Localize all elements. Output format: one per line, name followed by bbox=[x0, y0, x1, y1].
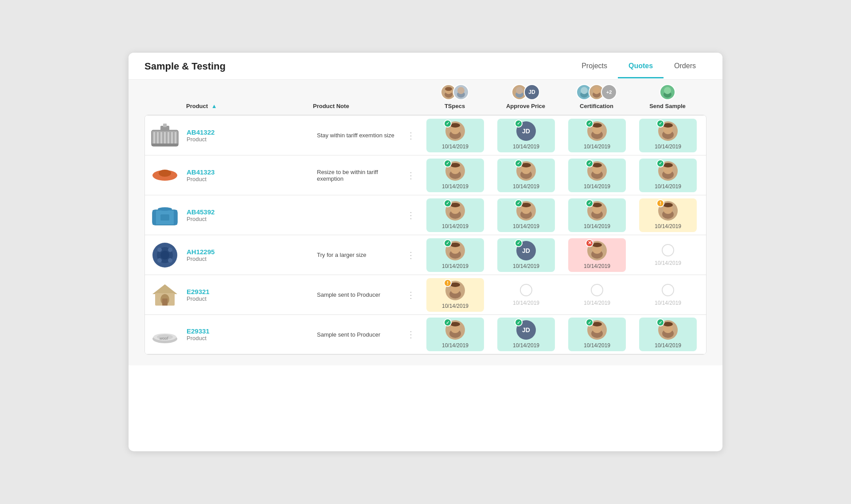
stage-tspecs[interactable]: ! 10/14/2019 bbox=[420, 275, 491, 314]
stage-date: 10/14/2019 bbox=[655, 342, 681, 349]
product-sku[interactable]: AB41322 bbox=[187, 128, 310, 136]
svg-point-46 bbox=[663, 163, 673, 167]
stage-send-sample[interactable]: ✓ 10/14/2019 bbox=[632, 315, 703, 354]
product-sku[interactable]: E29331 bbox=[187, 327, 310, 335]
stage-approval[interactable]: 10/14/2019 bbox=[703, 196, 707, 235]
product-note: Sample sent to Producer bbox=[313, 288, 402, 302]
check-icon: ✓ bbox=[586, 120, 593, 128]
check-icon: ✓ bbox=[586, 318, 593, 326]
stage-approval[interactable]: 10/14/2019 bbox=[703, 236, 707, 275]
svg-point-60 bbox=[521, 203, 531, 207]
stage-box-warn: ! 10/14/2019 bbox=[426, 278, 484, 312]
stage-tspecs[interactable]: ✓ 10/14/2019 bbox=[420, 156, 491, 195]
svg-rect-17 bbox=[164, 132, 166, 144]
tab-projects[interactable]: Projects bbox=[571, 62, 618, 78]
product-sku[interactable]: E29321 bbox=[187, 288, 310, 295]
product-note: Try for a larger size bbox=[313, 248, 402, 262]
stage-tspecs[interactable]: ✓ 10/14/2019 bbox=[420, 116, 491, 155]
stage-date: 10/14/2019 bbox=[655, 183, 681, 190]
stage-approval[interactable]: 10/14/2019 bbox=[703, 315, 707, 354]
stage-tspecs[interactable]: ✓ 10/14/2019 bbox=[420, 236, 491, 275]
stage-box-done: ✓ 10/14/2019 bbox=[497, 198, 555, 232]
stage-certification[interactable]: ✓ 10/14/2019 bbox=[562, 196, 632, 235]
product-image bbox=[150, 122, 180, 149]
stage-avatar-wrap: ✓ bbox=[587, 201, 607, 221]
stage-box-empty: 10/14/2019 bbox=[568, 278, 626, 312]
stage-date: 10/14/2019 bbox=[513, 143, 539, 150]
tab-quotes[interactable]: Quotes bbox=[618, 62, 664, 78]
stage-certification[interactable]: 10/14/2019 bbox=[562, 275, 632, 314]
stage-date: 10/14/2019 bbox=[442, 303, 468, 309]
tspecs-avatars bbox=[441, 84, 469, 100]
stage-approve-price[interactable]: ✓ JD 10/14/2019 bbox=[491, 315, 562, 354]
stage-send-sample[interactable]: ! 10/14/2019 bbox=[632, 196, 703, 235]
check-icon: ✓ bbox=[515, 159, 523, 167]
product-sku[interactable]: AB45392 bbox=[187, 208, 310, 216]
product-type: Product bbox=[187, 335, 310, 341]
stage-certification[interactable]: ✕ 10/14/2019 bbox=[562, 236, 632, 275]
product-type: Product bbox=[187, 295, 310, 302]
check-icon: ✓ bbox=[444, 159, 452, 167]
stage-box-done: ✓ 10/14/2019 bbox=[568, 159, 626, 192]
more-options-button[interactable]: ⋮ bbox=[402, 329, 420, 340]
empty-circle-icon bbox=[591, 284, 603, 296]
product-sku[interactable]: AB41323 bbox=[187, 168, 310, 176]
product-info-cell: E29321 Product bbox=[185, 284, 313, 306]
table-header-row: Product ▲ Product Note TSpecs bbox=[144, 80, 707, 111]
more-options-button[interactable]: ⋮ bbox=[402, 250, 420, 260]
stage-approval[interactable]: ! S 10/14/2019 bbox=[703, 116, 707, 155]
more-options-button[interactable]: ⋮ bbox=[402, 170, 420, 181]
more-options-button[interactable]: ⋮ bbox=[402, 290, 420, 300]
stage-box-done: ✓ 10/14/2019 bbox=[568, 198, 626, 232]
svg-rect-52 bbox=[174, 210, 177, 225]
stage-send-sample[interactable]: 10/14/2019 bbox=[632, 275, 703, 314]
svg-point-71 bbox=[168, 248, 172, 252]
product-image bbox=[150, 164, 180, 186]
stage-approve-price[interactable]: 10/14/2019 bbox=[491, 275, 562, 314]
tab-orders[interactable]: Orders bbox=[664, 62, 707, 78]
col-header-tspecs: TSpecs bbox=[419, 84, 490, 109]
stage-date: 10/14/2019 bbox=[655, 223, 681, 229]
check-icon: ✓ bbox=[444, 199, 452, 207]
stage-approval[interactable]: 10/14/2019 bbox=[703, 275, 707, 314]
svg-point-93 bbox=[450, 322, 460, 326]
svg-point-29 bbox=[592, 123, 602, 128]
svg-point-96 bbox=[592, 322, 602, 326]
check-icon: ✓ bbox=[515, 120, 523, 128]
more-options-button[interactable]: ⋮ bbox=[402, 210, 420, 221]
stage-send-sample[interactable]: ✓ 10/14/2019 bbox=[632, 156, 703, 195]
col-header-approve-price: JD Approve Price bbox=[490, 84, 561, 109]
stage-box-done: ✓ 10/14/2019 bbox=[639, 318, 697, 351]
stage-tspecs[interactable]: ✓ 10/14/2019 bbox=[420, 315, 491, 354]
stage-approval[interactable]: ✓ 10/14/2019 bbox=[703, 156, 707, 195]
check-icon: ✓ bbox=[515, 199, 523, 207]
svg-point-57 bbox=[450, 203, 460, 207]
stage-date: 10/14/2019 bbox=[584, 263, 610, 269]
stage-approve-price[interactable]: ✓ JD 10/14/2019 bbox=[491, 236, 562, 275]
stage-approve-price[interactable]: ✓ 10/14/2019 bbox=[491, 196, 562, 235]
stage-send-sample[interactable]: 10/14/2019 bbox=[632, 236, 703, 275]
stage-approve-price[interactable]: ✓ JD 10/14/2019 bbox=[491, 116, 562, 155]
svg-rect-83 bbox=[162, 299, 168, 306]
product-img-cell bbox=[145, 278, 185, 312]
stage-certification[interactable]: ✓ 10/14/2019 bbox=[562, 156, 632, 195]
more-options-button[interactable]: ⋮ bbox=[402, 130, 420, 141]
check-icon: ✓ bbox=[656, 159, 664, 167]
stage-certification[interactable]: ✓ 10/14/2019 bbox=[562, 116, 632, 155]
svg-rect-14 bbox=[153, 132, 155, 144]
stage-approve-price[interactable]: ✓ 10/14/2019 bbox=[491, 156, 562, 195]
stage-box-done: ✓ 10/14/2019 bbox=[426, 198, 484, 232]
table-wrapper: AB41322 Product Stay within tariff exemt… bbox=[144, 115, 707, 355]
product-sku[interactable]: AH12295 bbox=[187, 248, 310, 256]
stage-date: 10/14/2019 bbox=[442, 342, 468, 349]
check-icon: ✓ bbox=[444, 318, 452, 326]
stage-tspecs[interactable]: ✓ 10/14/2019 bbox=[420, 196, 491, 235]
stage-box-done: ✓ 10/14/2019 bbox=[639, 119, 697, 152]
product-image bbox=[150, 282, 180, 308]
product-image bbox=[150, 240, 180, 270]
sort-arrow-icon[interactable]: ▲ bbox=[211, 103, 217, 109]
stage-date: 10/14/2019 bbox=[513, 263, 539, 269]
stage-certification[interactable]: ✓ 10/14/2019 bbox=[562, 315, 632, 354]
product-img-cell bbox=[145, 161, 185, 190]
stage-send-sample[interactable]: ✓ 10/14/2019 bbox=[632, 116, 703, 155]
